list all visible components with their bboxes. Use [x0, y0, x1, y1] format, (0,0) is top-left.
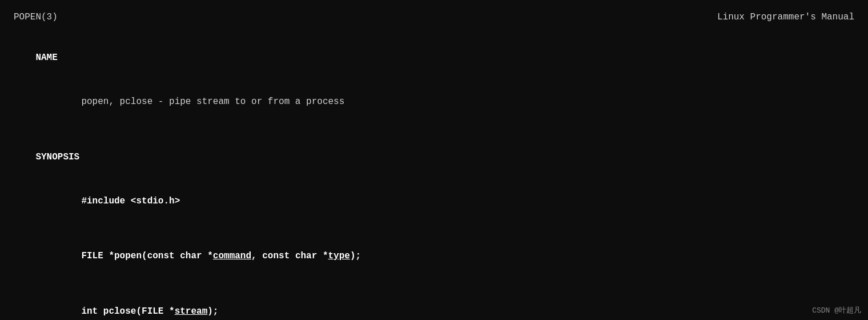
synopsis-label: SYNOPSIS: [35, 152, 79, 162]
synopsis-func1: FILE *popen(const char *command, const c…: [14, 235, 854, 279]
watermark: CSDN @叶超凡: [812, 305, 861, 315]
synopsis-section-label: SYNOPSIS: [14, 135, 854, 179]
func1-link2: type: [328, 251, 349, 261]
func1-post: );: [350, 251, 361, 261]
name-text: popen, pclose - pipe stream to or from a…: [81, 97, 344, 107]
synopsis-include: #include <stdio.h>: [14, 179, 854, 223]
manual-title-left: POPEN(3): [14, 10, 58, 25]
func2-pre: int pclose(FILE *: [81, 306, 174, 317]
func2-link: stream: [175, 306, 208, 317]
name-section-label: NAME: [14, 37, 854, 81]
manual-header: POPEN(3) Linux Programmer's Manual: [14, 10, 854, 25]
manual-page: POPEN(3) Linux Programmer's Manual NAME …: [0, 0, 868, 320]
func1-mid: , const char *: [251, 251, 328, 261]
name-label: NAME: [35, 53, 57, 63]
func1-link1: command: [213, 251, 251, 261]
synopsis-func2: int pclose(FILE *stream);: [14, 290, 854, 321]
manual-title-right: Linux Programmer's Manual: [717, 10, 854, 25]
func2-post: );: [207, 306, 218, 317]
func1-pre: FILE *popen(const char *: [81, 251, 212, 261]
name-content: popen, pclose - pipe stream to or from a…: [14, 80, 854, 124]
include-text: #include <stdio.h>: [81, 196, 180, 206]
